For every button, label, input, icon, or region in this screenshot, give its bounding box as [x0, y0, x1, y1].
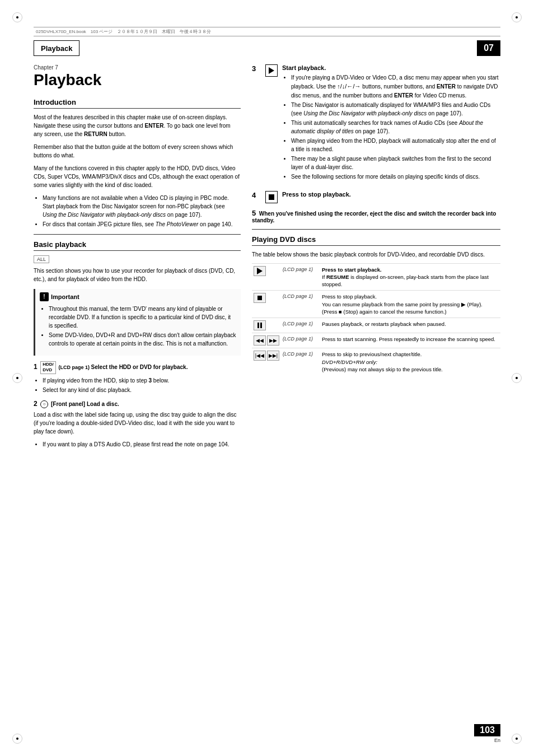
- header-bar: Playback 07: [34, 40, 500, 56]
- dvd-controls-table: (LCD page 1) Press to start playback. If…: [252, 263, 500, 376]
- reg-mark-br: [512, 734, 522, 744]
- intro-bullet-1: Many functions are not available when a …: [43, 194, 241, 219]
- intro-bullet-2: For discs that contain JPEG picture file…: [43, 220, 241, 228]
- step-1-bullets: If playing video from the HDD, skip to s…: [43, 376, 241, 394]
- reg-mark-mr: [512, 373, 522, 383]
- step-2-heading: 2 ○ [Front panel] Load a disc.: [34, 400, 241, 408]
- table-row: (LCD page 1) Press to start playback. If…: [252, 263, 500, 291]
- left-column: Chapter 7 Playback Introduction Most of …: [34, 64, 241, 722]
- section-label: Playback: [34, 40, 79, 56]
- step-1-text: Select the HDD or DVD for playback.: [91, 364, 188, 370]
- page-lang: En: [494, 738, 500, 743]
- important-bullets: Throughout this manual, the term 'DVD' m…: [49, 305, 236, 348]
- step-1-lcd: (LCD page 1): [59, 365, 91, 370]
- reg-mark-tl: [12, 12, 22, 22]
- step-1-sub-1: If playing video from the HDD, skip to s…: [43, 376, 241, 385]
- step-3-bullet-5: There may be a slight pause when playbac…: [291, 155, 500, 171]
- divider-1: [34, 234, 241, 235]
- step-3-title: Start playback.: [282, 64, 500, 71]
- play-icon-cell: [252, 263, 281, 291]
- lcd-label-4: (LCD page 1): [281, 333, 320, 348]
- basic-playback-title: Basic playback: [34, 240, 241, 251]
- lcd-label-2: (LCD page 1): [281, 291, 320, 318]
- divider-2: [252, 229, 500, 230]
- playing-dvd-intro: The table below shows the basic playback…: [252, 250, 500, 259]
- all-badge: ALL: [34, 255, 49, 263]
- step-3-bullet-4: When playing video from the HDD, playbac…: [291, 137, 500, 153]
- page-number: 103: [474, 724, 500, 736]
- lcd-label-5: (LCD page 1): [281, 348, 320, 375]
- step-1-num: 1: [34, 363, 38, 371]
- important-box: ! Important Throughout this manual, the …: [34, 289, 241, 356]
- stop-square: [269, 194, 274, 200]
- playing-dvd-section: Playing DVD discs The table below shows …: [252, 235, 500, 376]
- warning-icon: !: [40, 292, 49, 301]
- load-disc-icon: ○: [40, 400, 48, 408]
- table-row: ◀◀ ▶▶ (LCD page 1): [252, 333, 500, 348]
- table-row: (LCD page 1) Press to stop playback. You…: [252, 291, 500, 318]
- step-5-text: When you've finished using the recorder,…: [252, 211, 496, 223]
- step-4-title: Press to stop playback.: [282, 191, 500, 198]
- step-1-sub-2: Select for any kind of disc playback.: [43, 386, 241, 394]
- step-2-badge: [Front panel]: [51, 401, 85, 407]
- step-3-bullets: If you're playing a DVD-Video or Video C…: [291, 73, 500, 181]
- reg-mark-bl: [12, 734, 22, 744]
- step-4-num: 4: [252, 191, 261, 199]
- step-5: 5 When you've finished using the recorde…: [252, 209, 500, 223]
- important-bullet-2: Some DVD-Video, DVD+R and DVD+RW discs d…: [49, 331, 236, 348]
- stop-desc: Press to stop playback. You can resume p…: [320, 291, 500, 318]
- important-title: ! Important: [40, 292, 236, 301]
- step-4: 4 Press to stop playback.: [252, 191, 500, 203]
- chapter-number: 07: [477, 40, 500, 56]
- step-3-content: Start playback. If you're playing a DVD-…: [282, 64, 500, 185]
- playing-dvd-title: Playing DVD discs: [252, 235, 500, 246]
- scan-desc: Press to start scanning. Press repeatedl…: [320, 333, 500, 348]
- file-metadata: 025DVHLX70D_EN.book 103 ページ ２０８年１０月９日 木曜…: [34, 27, 500, 36]
- step-2: 2 ○ [Front panel] Load a disc. Load a di…: [34, 400, 241, 449]
- important-bullet-1: Throughout this manual, the term 'DVD' m…: [49, 305, 236, 330]
- skip-icon-cell: |◀◀ ▶▶|: [252, 348, 281, 375]
- reg-mark-tr: [512, 12, 522, 22]
- introduction-title: Introduction: [34, 98, 241, 109]
- step-4-content: Press to stop playback.: [282, 191, 500, 200]
- skip-desc: Press to skip to previous/next chapter/t…: [320, 348, 500, 375]
- step-3-bullet-1: If you're playing a DVD-Video or Video C…: [291, 73, 500, 100]
- step-1-heading: 1 HDD/DVD (LCD page 1) Select the HDD or…: [34, 361, 241, 374]
- step-3-bullet-3: This unit automatically searches for tra…: [291, 119, 500, 136]
- pause-icon-cell: [252, 318, 281, 333]
- pause-desc: Pauses playback, or restarts playback wh…: [320, 318, 500, 333]
- stop-button-icon: [265, 191, 278, 203]
- stop-icon-cell: [252, 291, 281, 318]
- step-2-desc: Load a disc with the label side facing u…: [34, 410, 241, 436]
- main-content: Chapter 7 Playback Introduction Most of …: [34, 64, 500, 722]
- play-triangle: [269, 67, 274, 74]
- step-2-bullets: If you want to play a DTS Audio CD, plea…: [43, 440, 241, 449]
- step-3-bullet-2: The Disc Navigator is automatically disp…: [291, 101, 500, 118]
- basic-playback-section: Basic playback ALL This section shows yo…: [34, 240, 241, 449]
- stop-sq-icon: [257, 296, 262, 300]
- scan-icon-cell: ◀◀ ▶▶: [252, 333, 281, 348]
- step-3-num: 3: [252, 64, 261, 73]
- step-1: 1 HDD/DVD (LCD page 1) Select the HDD or…: [34, 361, 241, 394]
- step-3-bullet-6: See the following sections for more deta…: [291, 172, 500, 181]
- reg-mark-ml: [12, 373, 22, 383]
- step-2-num: 2: [34, 400, 38, 408]
- page: 025DVHLX70D_EN.book 103 ページ ２０８年１０月９日 木曜…: [0, 0, 534, 756]
- right-column: 3 Start playback. If you're playing a DV…: [252, 64, 500, 722]
- lcd-label-3: (LCD page 1): [281, 318, 320, 333]
- lcd-label-1: (LCD page 1): [281, 263, 320, 291]
- intro-para1: Most of the features described in this c…: [34, 113, 241, 138]
- intro-para2: Remember also that the button guide at t…: [34, 143, 241, 160]
- table-row: (LCD page 1) Pauses playback, or restart…: [252, 318, 500, 333]
- step-3: 3 Start playback. If you're playing a DV…: [252, 64, 500, 185]
- play-button-icon: [265, 64, 278, 77]
- step-2-sub-1: If you want to play a DTS Audio CD, plea…: [43, 440, 241, 449]
- introduction-section: Introduction Most of the features descri…: [34, 98, 241, 228]
- intro-para3: Many of the functions covered in this ch…: [34, 164, 241, 189]
- play-desc: Press to start playback. If RESUME is di…: [320, 263, 500, 291]
- hdd-badge: HDD/DVD: [40, 361, 56, 374]
- play-triangle-icon: [257, 268, 263, 274]
- step-2-text: Load a disc.: [87, 401, 119, 407]
- intro-bullets: Many functions are not available when a …: [43, 194, 241, 228]
- chapter-title: Playback: [34, 72, 241, 89]
